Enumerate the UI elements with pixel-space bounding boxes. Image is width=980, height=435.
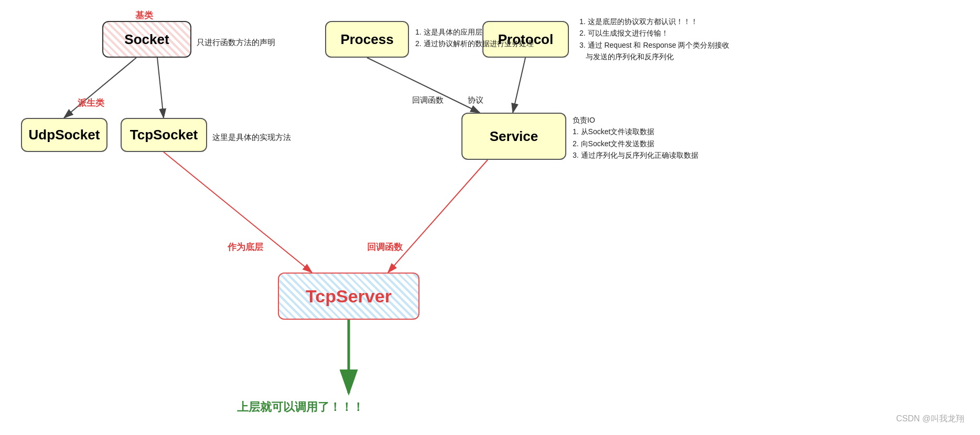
only-declare-label: 只进行函数方法的声明 <box>197 38 275 48</box>
process-box: Process <box>325 21 409 58</box>
callback-label-2: 回调函数 <box>367 241 403 253</box>
tcpserver-box: TcpServer <box>278 273 419 320</box>
process-label: Process <box>340 31 393 48</box>
tcpsocket-label: TcpSocket <box>130 127 198 143</box>
tcpserver-label: TcpServer <box>306 286 392 307</box>
svg-line-6 <box>513 58 525 113</box>
udpsocket-box: UdpSocket <box>21 118 107 152</box>
base-class-label: 基类 <box>135 9 153 21</box>
service-annotation: 负责IO 1. 从Socket文件读取数据 2. 向Socket文件发送数据 3… <box>573 114 698 161</box>
watermark: CSDN @叫我龙翔 <box>896 414 964 425</box>
service-box: Service <box>461 113 566 160</box>
protocol-annotation: 1. 这是底层的协议双方都认识！！！ 2. 可以生成报文进行传输！ 3. 通过 … <box>579 16 729 63</box>
service-label: Service <box>490 128 539 145</box>
tcpsocket-box: TcpSocket <box>121 118 207 152</box>
arrows-svg <box>0 0 980 435</box>
udpsocket-label: UdpSocket <box>29 127 100 143</box>
svg-line-4 <box>157 58 164 118</box>
protocol-label-2: 协议 <box>468 95 483 105</box>
callback-label-1: 回调函数 <box>412 95 444 105</box>
svg-line-7 <box>164 152 312 273</box>
svg-line-8 <box>388 160 488 273</box>
concrete-impl-label: 这里是具体的实现方法 <box>212 133 291 143</box>
diagram-container: Socket 基类 UdpSocket TcpSocket 派生类 只进行函数方… <box>0 0 980 435</box>
derived-class-label: 派生类 <box>78 97 104 109</box>
socket-box: Socket <box>102 21 191 58</box>
process-annotation: 1. 这是具体的应用层2. 通过协议解析的数据进行业务处理 <box>415 26 534 50</box>
as-base-label: 作为底层 <box>228 241 263 253</box>
socket-label: Socket <box>124 31 169 48</box>
upper-call-label: 上层就可以调用了！！！ <box>237 399 364 415</box>
